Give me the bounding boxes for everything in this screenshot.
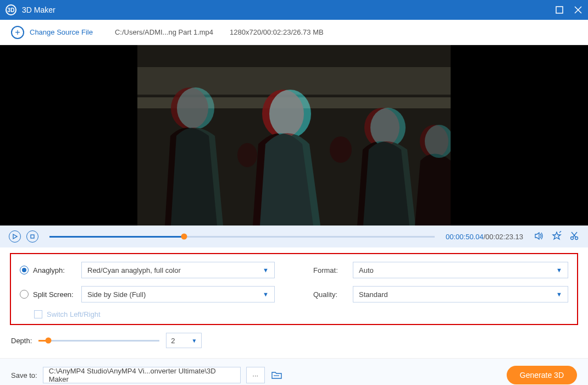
window-controls: [555, 6, 583, 14]
anaglyph-preview-image: [137, 45, 451, 226]
file-path: C:/Users/ADMI...ng Part 1.mp4: [115, 28, 213, 36]
settings-left-column: Anaglyph: Red/Cyan anaglyph, full color …: [20, 262, 275, 318]
seek-slider[interactable]: [49, 236, 435, 238]
format-label: Format:: [313, 266, 346, 274]
svg-marker-16: [13, 234, 17, 239]
format-select[interactable]: Auto ▼: [353, 262, 568, 278]
anaglyph-value: Red/Cyan anaglyph, full color: [87, 266, 181, 274]
splitscreen-label: Split Screen:: [33, 290, 74, 299]
settings-highlight-box: Anaglyph: Red/Cyan anaglyph, full color …: [10, 253, 578, 325]
anaglyph-select[interactable]: Red/Cyan anaglyph, full color ▼: [81, 262, 275, 278]
quality-row: Quality: Standard ▼: [313, 286, 568, 302]
splitscreen-radio[interactable]: [20, 290, 29, 299]
time-current: 00:00:50.04: [446, 233, 484, 241]
plus-icon: +: [11, 26, 24, 39]
change-source-label: Change Source File: [30, 28, 93, 36]
depth-slider[interactable]: [38, 340, 159, 342]
depth-value-select[interactable]: 2 ▼: [166, 333, 202, 348]
switch-lr-checkbox[interactable]: [34, 310, 42, 318]
splitscreen-select[interactable]: Side by Side (Full) ▼: [81, 286, 275, 302]
switch-lr-label: Switch Left/Right: [47, 310, 101, 318]
titlebar: 3D 3D Maker: [0, 0, 588, 20]
splitscreen-radio-group: Split Screen:: [20, 290, 75, 299]
chevron-down-icon: ▼: [263, 267, 269, 273]
seek-thumb[interactable]: [181, 234, 187, 240]
quality-label: Quality:: [313, 290, 346, 299]
anaglyph-row: Anaglyph: Red/Cyan anaglyph, full color …: [20, 262, 275, 278]
snapshot-icon[interactable]: [552, 231, 562, 243]
depth-label: Depth:: [11, 337, 32, 345]
save-path-field[interactable]: C:\AnyMP4 Studio\AnyMP4 Vi...onverter Ul…: [43, 367, 241, 383]
video-preview: [137, 45, 451, 226]
switch-lr-row: Switch Left/Right: [34, 310, 275, 318]
close-button[interactable]: [574, 6, 583, 14]
generate-3d-button[interactable]: Generate 3D: [507, 366, 577, 384]
volume-icon[interactable]: [534, 231, 544, 243]
stop-button[interactable]: [26, 230, 38, 243]
anaglyph-radio[interactable]: [20, 266, 29, 274]
change-source-button[interactable]: + Change Source File: [11, 26, 93, 39]
seek-fill: [49, 236, 184, 238]
browse-button[interactable]: ···: [246, 367, 265, 383]
svg-point-20: [575, 237, 578, 239]
app-icon: 3D: [5, 4, 16, 15]
settings-right-column: Format: Auto ▼ Quality: Standard ▼: [313, 262, 568, 318]
svg-point-19: [571, 237, 574, 239]
app-title: 3D Maker: [22, 6, 555, 14]
open-folder-button[interactable]: [270, 369, 284, 382]
play-button[interactable]: [9, 230, 21, 243]
time-total: /00:02:23.13: [484, 233, 523, 241]
toolbar: + Change Source File C:/Users/ADMI...ng …: [0, 20, 588, 45]
svg-point-14: [330, 136, 352, 163]
chevron-down-icon: ▼: [556, 291, 562, 298]
depth-row: Depth: 2 ▼: [0, 327, 588, 359]
svg-point-15: [237, 143, 257, 167]
time-display: 00:00:50.04/00:02:23.13: [446, 233, 523, 241]
quality-value: Standard: [359, 290, 388, 299]
video-preview-area: [0, 45, 588, 226]
cut-icon[interactable]: [569, 231, 579, 243]
chevron-down-icon: ▼: [191, 338, 197, 344]
file-meta: 1280x720/00:02:23/26.73 MB: [230, 28, 324, 36]
format-row: Format: Auto ▼: [313, 262, 568, 278]
anaglyph-radio-group: Anaglyph:: [20, 266, 75, 274]
svg-rect-17: [31, 235, 34, 238]
save-label: Save to:: [11, 371, 37, 380]
chevron-down-icon: ▼: [263, 291, 269, 298]
splitscreen-value: Side by Side (Full): [87, 290, 146, 299]
format-value: Auto: [359, 266, 374, 274]
file-info: C:/Users/ADMI...ng Part 1.mp4 1280x720/0…: [115, 28, 324, 36]
svg-point-7: [269, 90, 311, 138]
save-path-value: C:\AnyMP4 Studio\AnyMP4 Vi...onverter Ul…: [49, 367, 235, 383]
depth-thumb[interactable]: [45, 338, 51, 344]
generate-label: Generate 3D: [520, 371, 564, 380]
bottom-bar: Save to: C:\AnyMP4 Studio\AnyMP4 Vi...on…: [0, 359, 588, 385]
depth-value: 2: [171, 337, 175, 345]
quality-select[interactable]: Standard ▼: [353, 286, 568, 302]
chevron-down-icon: ▼: [556, 267, 562, 273]
playback-bar: 00:00:50.04/00:02:23.13: [0, 226, 588, 248]
settings-panel: Anaglyph: Red/Cyan anaglyph, full color …: [0, 248, 588, 327]
splitscreen-row: Split Screen: Side by Side (Full) ▼: [20, 286, 275, 302]
svg-line-18: [559, 231, 561, 233]
maximize-button[interactable]: [555, 6, 564, 14]
playback-actions: [534, 231, 579, 243]
svg-point-9: [177, 87, 214, 129]
anaglyph-label: Anaglyph:: [33, 266, 65, 274]
svg-rect-0: [556, 7, 563, 13]
